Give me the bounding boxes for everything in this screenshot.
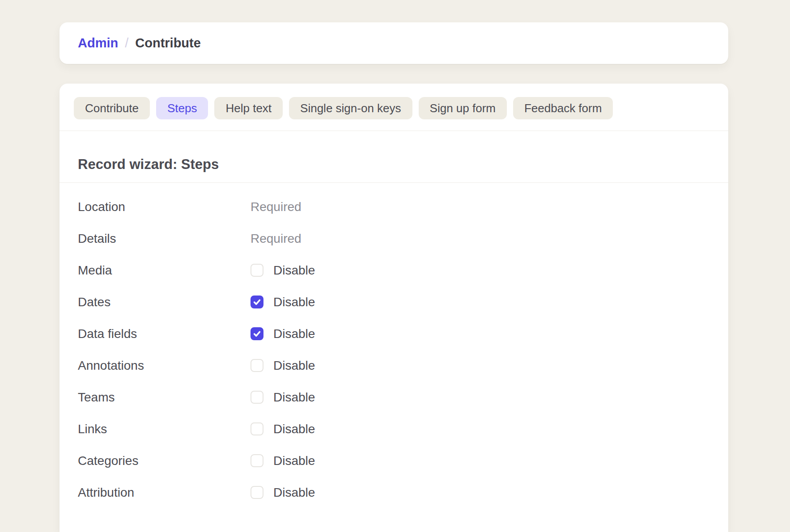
form-row-links: Links Disable (78, 413, 710, 445)
row-label: Attribution (78, 486, 251, 500)
page-title: Record wizard: Steps (78, 156, 710, 173)
row-label: Location (78, 200, 251, 214)
form-row-teams: Teams Disable (78, 381, 710, 413)
row-label: Links (78, 422, 251, 436)
checkbox-label: Disable (273, 359, 315, 373)
tab-contribute[interactable]: Contribute (74, 97, 150, 119)
section-header: Record wizard: Steps (59, 131, 728, 183)
disable-field: Disable (251, 359, 710, 373)
disable-checkbox[interactable] (251, 296, 263, 308)
form-row-details: Details Required (78, 223, 710, 254)
form-row-media: Media Disable (78, 254, 710, 286)
row-value-required: Required (251, 200, 710, 214)
form-row-attribution: Attribution Disable (78, 477, 710, 508)
checkbox-label: Disable (273, 390, 315, 405)
checkbox-label: Disable (273, 486, 315, 500)
tab-sign-up-form[interactable]: Sign up form (419, 97, 507, 119)
breadcrumb-current-page: Contribute (135, 36, 201, 51)
disable-checkbox[interactable] (251, 391, 263, 404)
breadcrumb-card: Admin / Contribute (59, 22, 728, 64)
row-label: Teams (78, 390, 251, 405)
disable-checkbox[interactable] (251, 264, 263, 277)
disable-checkbox[interactable] (251, 486, 263, 499)
disable-field: Disable (251, 390, 710, 405)
row-value-required: Required (251, 232, 710, 246)
disable-checkbox[interactable] (251, 327, 263, 340)
tab-feedback-form[interactable]: Feedback form (513, 97, 613, 119)
disable-field: Disable (251, 422, 710, 436)
tab-bar: Contribute Steps Help text Single sign-o… (59, 84, 728, 131)
breadcrumb: Admin / Contribute (78, 36, 201, 51)
settings-card: Contribute Steps Help text Single sign-o… (59, 84, 728, 532)
tab-single-sign-on-keys[interactable]: Single sign-on keys (289, 97, 412, 119)
disable-field: Disable (251, 263, 710, 278)
breadcrumb-separator: / (125, 36, 128, 51)
tab-steps[interactable]: Steps (156, 97, 208, 119)
row-label: Details (78, 232, 251, 246)
disable-field: Disable (251, 295, 710, 309)
disable-checkbox[interactable] (251, 454, 263, 467)
form-row-data-fields: Data fields Disable (78, 318, 710, 350)
disable-checkbox[interactable] (251, 422, 263, 435)
checkbox-label: Disable (273, 454, 315, 468)
disable-field: Disable (251, 454, 710, 468)
disable-field: Disable (251, 327, 710, 341)
breadcrumb-link-admin[interactable]: Admin (78, 36, 118, 51)
checkbox-label: Disable (273, 263, 315, 278)
row-label: Categories (78, 454, 251, 468)
row-label: Dates (78, 295, 251, 309)
row-label: Annotations (78, 359, 251, 373)
disable-checkbox[interactable] (251, 359, 263, 372)
checkbox-label: Disable (273, 295, 315, 309)
checkbox-label: Disable (273, 327, 315, 341)
form-row-categories: Categories Disable (78, 445, 710, 477)
disable-field: Disable (251, 486, 710, 500)
steps-form: Location Required Details Required Media… (59, 183, 728, 508)
checkbox-label: Disable (273, 422, 315, 436)
row-label: Data fields (78, 327, 251, 341)
check-icon (253, 298, 261, 306)
form-row-dates: Dates Disable (78, 286, 710, 318)
form-row-annotations: Annotations Disable (78, 350, 710, 381)
check-icon (253, 329, 261, 338)
tab-help-text[interactable]: Help text (214, 97, 283, 119)
row-label: Media (78, 263, 251, 278)
form-row-location: Location Required (78, 191, 710, 223)
